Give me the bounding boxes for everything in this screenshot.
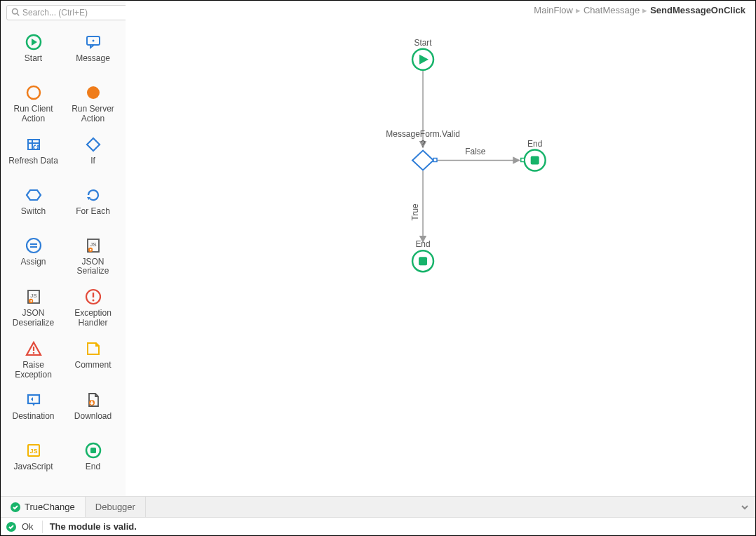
destination-icon <box>25 391 43 409</box>
edge-label-true: True <box>410 203 420 221</box>
end-false-node[interactable] <box>521 150 546 171</box>
tab-debugger-label: Debugger <box>95 502 135 512</box>
switch-icon <box>25 186 43 204</box>
svg-point-6 <box>27 86 40 99</box>
tab-debugger[interactable]: Debugger <box>86 497 146 517</box>
svg-rect-46 <box>531 156 539 165</box>
tool-label: Refresh Data <box>8 156 58 166</box>
if-icon <box>84 135 102 154</box>
tool-json-deserialize[interactable]: JSJSON Deserialize <box>4 283 63 331</box>
check-icon <box>11 502 20 512</box>
tool-end[interactable]: End <box>63 437 123 483</box>
tool-label: Exception Handler <box>65 309 121 328</box>
status-divider <box>42 521 43 533</box>
if-node-label-line2: ? <box>421 139 426 149</box>
end-false-node-label: End <box>527 139 542 149</box>
tool-label: JSON Deserialize <box>5 309 62 328</box>
json-serialize-icon: JS <box>84 236 102 255</box>
svg-line-1 <box>17 13 19 15</box>
tool-label: JavaScript <box>13 462 53 472</box>
search-box[interactable] <box>6 5 133 20</box>
refresh-data-icon <box>25 135 43 154</box>
tool-assign[interactable]: Assign <box>4 232 63 280</box>
svg-rect-38 <box>90 448 96 453</box>
tool-exception-handler[interactable]: Exception Handler <box>63 283 123 331</box>
end-true-node[interactable] <box>412 250 433 272</box>
svg-point-7 <box>87 86 100 99</box>
json-deserialize-icon: JS <box>25 288 43 306</box>
svg-rect-42 <box>433 158 437 161</box>
tool-raise-exception[interactable]: Raise Exception <box>4 335 63 383</box>
svg-point-31 <box>32 351 34 354</box>
tool-label: JSON Serialize <box>65 257 121 277</box>
tab-truechange[interactable]: TrueChange <box>1 497 86 517</box>
tool-label: Assign <box>20 257 46 267</box>
svg-marker-33 <box>32 403 35 406</box>
tool-start[interactable]: Start <box>4 29 63 75</box>
tool-foreach[interactable]: For Each <box>63 182 123 228</box>
svg-text:JS: JS <box>30 293 36 299</box>
flow-svg: False True Start MessageForm.Valid ? End <box>126 1 755 490</box>
if-node-label-line1: MessageForm.Valid <box>386 129 460 139</box>
exception-handler-icon <box>84 288 102 306</box>
tool-label: If <box>90 156 95 166</box>
svg-text:JS: JS <box>90 241 96 248</box>
download-icon <box>84 391 102 409</box>
tool-label: Download <box>74 412 112 422</box>
tool-if[interactable]: If <box>63 131 123 177</box>
if-node[interactable] <box>412 151 437 170</box>
end-true-node-label: End <box>415 239 430 249</box>
tool-label: Start <box>25 54 42 64</box>
tool-label: Run Server Action <box>65 105 121 124</box>
svg-point-28 <box>92 300 94 302</box>
comment-icon <box>84 340 102 358</box>
svg-point-15 <box>27 239 41 253</box>
tool-client-action[interactable]: Run Client Action <box>4 79 63 127</box>
svg-marker-13 <box>27 190 41 200</box>
tool-label: Switch <box>21 207 46 217</box>
svg-point-5 <box>92 40 94 42</box>
end-icon <box>84 441 102 460</box>
expand-panel-button[interactable] <box>734 497 755 517</box>
tool-message[interactable]: Message <box>63 29 123 75</box>
bottom-tabs: TrueChange Debugger <box>1 496 755 517</box>
tool-label: Raise Exception <box>5 361 62 380</box>
tool-server-action[interactable]: Run Server Action <box>63 79 123 127</box>
search-icon <box>11 8 20 18</box>
svg-point-0 <box>13 8 18 14</box>
toolbox-scroll[interactable]: StartMessageRun Client ActionRun Server … <box>1 23 126 496</box>
tool-label: Destination <box>12 412 54 422</box>
svg-rect-32 <box>28 395 39 403</box>
svg-text:JS: JS <box>29 448 37 455</box>
tool-json-serialize[interactable]: JSJSON Serialize <box>63 232 123 280</box>
client-action-icon <box>25 83 43 102</box>
status-ok-icon <box>6 522 16 532</box>
start-node[interactable] <box>412 49 433 70</box>
tool-label: End <box>86 462 100 472</box>
search-input[interactable] <box>22 8 128 18</box>
tool-label: Run Client Action <box>5 105 62 124</box>
flow-canvas[interactable]: MainFlow ▸ ChatMessage ▸ SendMessageOnCl… <box>126 1 755 496</box>
foreach-icon <box>84 186 102 204</box>
assign-icon <box>25 236 43 255</box>
tool-switch[interactable]: Switch <box>4 182 63 228</box>
tool-download[interactable]: Download <box>63 387 123 433</box>
tool-destination[interactable]: Destination <box>4 387 63 433</box>
start-icon <box>25 33 43 51</box>
svg-marker-12 <box>87 138 100 151</box>
tab-truechange-label: TrueChange <box>25 502 75 512</box>
raise-exception-icon <box>25 340 43 358</box>
tool-refresh-data[interactable]: Refresh Data <box>4 131 63 177</box>
tool-comment[interactable]: Comment <box>63 335 123 383</box>
tool-label: Message <box>76 54 110 64</box>
status-bar: Ok The module is valid. <box>1 517 755 535</box>
svg-rect-47 <box>521 158 525 161</box>
tool-label: For Each <box>76 207 110 217</box>
message-icon <box>84 33 102 51</box>
status-ok-label: Ok <box>22 521 34 532</box>
tool-javascript[interactable]: JSJavaScript <box>4 437 63 483</box>
svg-marker-41 <box>412 151 433 170</box>
svg-marker-3 <box>32 39 37 46</box>
edge-label-false: False <box>465 147 486 156</box>
toolbox-panel: StartMessageRun Client ActionRun Server … <box>1 1 126 496</box>
